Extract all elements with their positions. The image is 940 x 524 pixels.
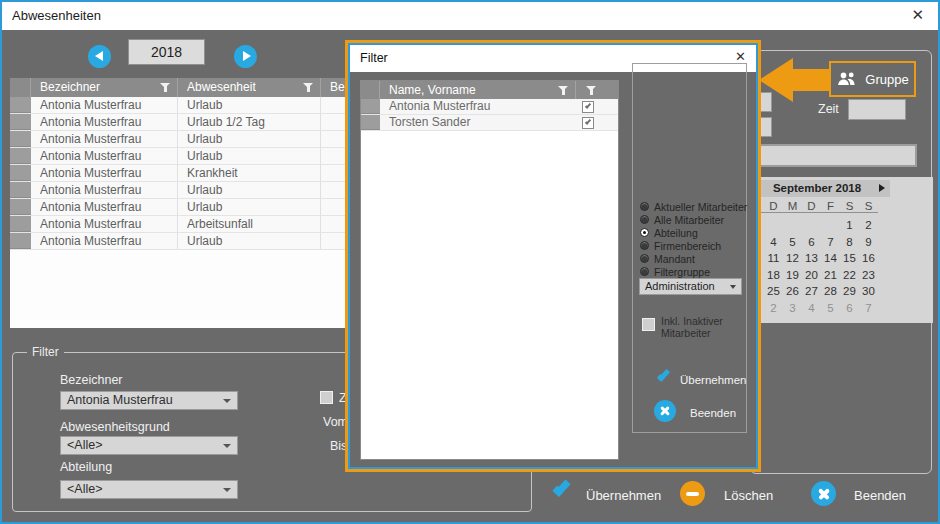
calendar-day[interactable]: 4 <box>802 300 821 317</box>
close-x-icon[interactable] <box>811 481 836 506</box>
dialog-close-button[interactable]: Beenden <box>690 407 736 419</box>
radio-icon <box>640 215 649 224</box>
calendar-grid: 1234567891011121314151617181920212223242… <box>745 217 878 316</box>
radio-option[interactable]: Abteilung <box>640 226 747 239</box>
calendar-day[interactable]: 2 <box>764 300 783 317</box>
calendar-day[interactable]: 5 <box>783 234 802 251</box>
column-header-checked[interactable] <box>576 81 618 99</box>
calendar-day[interactable]: 20 <box>802 267 821 284</box>
bezeichner-dropdown[interactable]: Antonia Musterfrau <box>60 391 238 410</box>
employee-checkbox[interactable] <box>582 101 594 113</box>
dialog-apply-button[interactable]: Übernehmen <box>680 374 746 386</box>
gruppe-button[interactable]: Gruppe <box>829 61 916 97</box>
row-header-cell[interactable] <box>10 148 31 164</box>
column-header-abwesenheit[interactable]: Abwesenheit <box>178 78 321 97</box>
calendar-day[interactable]: 21 <box>821 267 840 284</box>
radio-option[interactable]: Mandant <box>640 252 747 265</box>
calendar-day[interactable]: 9 <box>859 234 878 251</box>
calendar-day[interactable]: 7 <box>821 234 840 251</box>
calendar-day[interactable]: 5 <box>821 300 840 317</box>
inactive-checkbox[interactable] <box>642 318 655 331</box>
filter-funnel-icon[interactable] <box>160 82 171 92</box>
row-header-cell[interactable] <box>10 114 31 130</box>
calendar-day[interactable]: 15 <box>840 250 859 267</box>
abteilung-dropdown[interactable]: <Alle> <box>60 480 238 499</box>
calendar-day[interactable]: 25 <box>764 283 783 300</box>
calendar-day[interactable]: 11 <box>764 250 783 267</box>
row-header-cell[interactable] <box>10 131 31 147</box>
calendar-day[interactable]: 2 <box>859 217 878 234</box>
employee-row[interactable]: Torsten Sander <box>361 115 618 131</box>
radio-icon <box>640 254 649 263</box>
calendar-day[interactable]: 4 <box>764 234 783 251</box>
calendar-day[interactable]: 6 <box>802 234 821 251</box>
radio-icon <box>640 228 649 237</box>
calendar-day <box>764 217 783 234</box>
prev-year-button[interactable] <box>88 45 111 68</box>
employee-row[interactable]: Antonia Musterfrau <box>361 99 618 115</box>
calendar-day[interactable]: 14 <box>821 250 840 267</box>
close-button[interactable]: Beenden <box>854 488 906 503</box>
row-header-cell[interactable] <box>10 97 31 113</box>
employee-checkbox[interactable] <box>582 117 594 129</box>
year-button[interactable]: 2018 <box>128 39 205 65</box>
calendar-day[interactable]: 23 <box>859 267 878 284</box>
calendar-day[interactable]: 13 <box>802 250 821 267</box>
radio-option[interactable]: Aktueller Mitarbeiter <box>640 200 747 213</box>
radio-option[interactable]: Alle Mitarbeiter <box>640 213 747 226</box>
filter-funnel-icon[interactable] <box>303 82 314 92</box>
calendar-day[interactable]: 16 <box>859 250 878 267</box>
calendar-day[interactable]: 1 <box>840 217 859 234</box>
calendar-day[interactable]: 6 <box>840 300 859 317</box>
close-x-icon[interactable] <box>654 400 676 422</box>
row-header-cell[interactable] <box>10 233 31 249</box>
calendar: September 2018 MDMDFSS 12345678910111213… <box>743 177 933 323</box>
dialog-close-icon[interactable]: ✕ <box>735 49 746 64</box>
calendar-day-header: S <box>859 200 878 212</box>
calendar-day[interactable]: 26 <box>783 283 802 300</box>
row-header-cell[interactable] <box>361 99 380 114</box>
abwesenheitsgrund-dropdown[interactable]: <Alle> <box>60 436 238 455</box>
apply-check-icon[interactable] <box>657 368 670 382</box>
window-close-icon[interactable]: ✕ <box>911 6 924 24</box>
column-header-name-vorname[interactable]: Name, Vorname <box>380 81 576 99</box>
calendar-day[interactable]: 27 <box>802 283 821 300</box>
calendar-day[interactable]: 19 <box>783 267 802 284</box>
calendar-day[interactable]: 12 <box>783 250 802 267</box>
delete-button[interactable]: Löschen <box>724 488 773 503</box>
calendar-day[interactable]: 29 <box>840 283 859 300</box>
radio-option[interactable]: Firmenbereich <box>640 239 747 252</box>
calendar-day-header: D <box>802 200 821 212</box>
row-header-cell[interactable] <box>10 199 31 215</box>
row-header-cell[interactable] <box>10 165 31 181</box>
row-header-cell[interactable] <box>10 216 31 232</box>
filter-funnel-icon[interactable] <box>558 85 569 95</box>
apply-button[interactable]: Übernehmen <box>586 488 661 503</box>
zeitraum-checkbox[interactable] <box>320 391 333 404</box>
calendar-day[interactable]: 18 <box>764 267 783 284</box>
calendar-day[interactable]: 7 <box>859 300 878 317</box>
calendar-day[interactable]: 30 <box>859 283 878 300</box>
inactive-checkbox-label: Inkl. Inaktiver Mitarbeiter <box>661 315 723 339</box>
cell-name: Antonia Musterfrau <box>380 99 576 114</box>
calendar-day[interactable]: 8 <box>840 234 859 251</box>
next-year-button[interactable] <box>234 45 257 68</box>
calendar-day[interactable]: 3 <box>783 300 802 317</box>
radio-option[interactable]: Filtergruppe <box>640 265 747 278</box>
calendar-next-month-icon[interactable] <box>879 184 885 192</box>
gruppe-button-label: Gruppe <box>865 72 908 87</box>
row-header-cell[interactable] <box>361 115 380 130</box>
column-header-bezeichner[interactable]: Bezeichner <box>31 78 178 97</box>
employee-list: Name, Vorname Antonia MusterfrauTorsten … <box>360 80 619 460</box>
cell-name: Torsten Sander <box>380 115 576 130</box>
row-header-cell[interactable] <box>10 182 31 198</box>
department-dropdown[interactable]: Administration <box>639 278 742 295</box>
zeit-input[interactable] <box>848 99 906 120</box>
calendar-day[interactable]: 22 <box>840 267 859 284</box>
cell-abwesenheit: Krankheit <box>178 165 321 181</box>
filter-funnel-icon[interactable] <box>586 85 597 95</box>
apply-check-icon[interactable] <box>552 478 570 497</box>
delete-minus-icon[interactable] <box>680 481 705 506</box>
calendar-day[interactable]: 28 <box>821 283 840 300</box>
comment-input[interactable] <box>754 144 917 167</box>
